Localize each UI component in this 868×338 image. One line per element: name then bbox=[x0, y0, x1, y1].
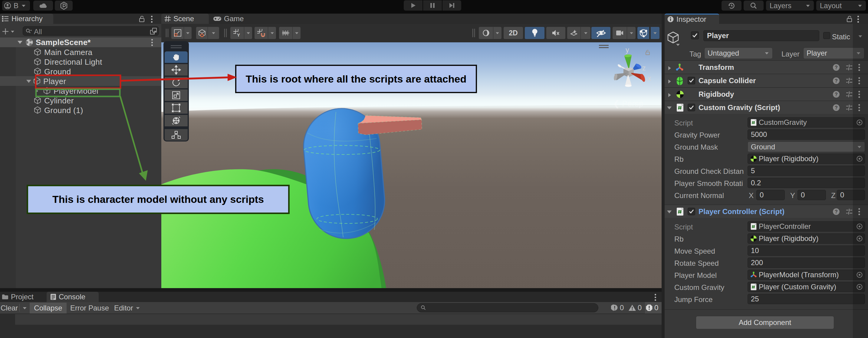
svg-text:z: z bbox=[642, 64, 646, 72]
svg-text:x: x bbox=[648, 74, 651, 82]
svg-text:y: y bbox=[626, 46, 629, 54]
svg-text:❮ Persp: ❮ Persp bbox=[613, 99, 644, 108]
svg-text:Y: Y bbox=[237, 32, 240, 37]
